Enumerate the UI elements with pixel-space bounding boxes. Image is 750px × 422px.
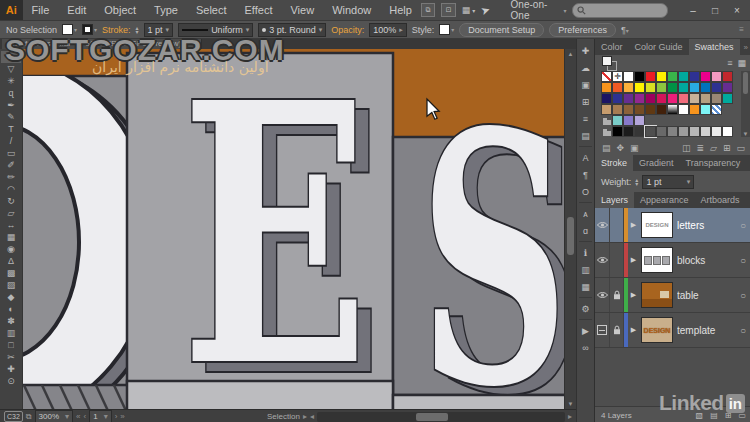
pathfinder-panel-icon[interactable]: ▤ [577, 127, 594, 144]
swatch[interactable] [634, 71, 645, 82]
document-setup-button[interactable]: Document Setup [459, 23, 544, 37]
layer-name[interactable]: letters [677, 220, 734, 231]
app-bar-button-2[interactable]: ⊡ [441, 3, 455, 17]
expand-layer-icon[interactable]: ▶ [628, 256, 639, 264]
swatch[interactable] [722, 82, 733, 93]
previous-artboard-icon[interactable]: ‹ [84, 412, 87, 421]
close-tab-icon[interactable]: × [189, 39, 194, 49]
swatch[interactable] [689, 126, 700, 137]
layer-thumbnail[interactable]: DESIGN [641, 212, 673, 238]
swatch-options-icon[interactable]: ≣ [696, 143, 704, 153]
swatch[interactable] [612, 82, 623, 93]
new-layer-icon[interactable]: ⊞ [725, 411, 732, 420]
lock-icon[interactable] [610, 208, 624, 242]
pen-tool[interactable]: ✒ [1, 99, 21, 111]
color-themes-icon[interactable]: ✥ [617, 143, 625, 153]
swatch[interactable] [601, 82, 612, 93]
type-tool[interactable]: T [1, 123, 21, 135]
swatch[interactable] [601, 71, 612, 82]
swatch[interactable] [711, 104, 722, 115]
stroke-link[interactable]: Stroke: [102, 25, 131, 35]
swatch-group-folder-icon[interactable] [601, 115, 612, 126]
weight-combo[interactable]: 1 pt ▾ [642, 175, 694, 189]
swatch[interactable] [612, 126, 623, 137]
blend-tool[interactable]: ◐ [1, 303, 21, 315]
gradient-tool[interactable]: ▨ [1, 279, 21, 291]
tab-appearance[interactable]: Appearance [634, 192, 695, 208]
shape-builder-tool[interactable]: ◉ [1, 243, 21, 255]
arrange-documents-icon[interactable]: ▦▾ [462, 5, 476, 15]
menu-type[interactable]: Type [145, 0, 187, 20]
swatches-scroll-thumb[interactable] [743, 72, 748, 94]
paragraph-panel-icon[interactable]: ¶ [577, 166, 594, 183]
preferences-gear-icon[interactable]: ⚙ [577, 300, 594, 317]
swatch[interactable] [678, 71, 689, 82]
artboards-panel-icon[interactable]: ▣ [577, 76, 594, 93]
column-graph-tool[interactable]: ▥ [1, 327, 21, 339]
swatch[interactable] [601, 104, 612, 115]
restore-button[interactable]: □ [704, 1, 726, 19]
expand-layer-icon[interactable]: ▶ [628, 291, 639, 299]
graphic-style-control[interactable]: ▾ [439, 24, 454, 35]
scroll-down-icon[interactable]: ▼ [568, 399, 574, 409]
paintbrush-tool[interactable]: ✐ [1, 159, 21, 171]
menu-help[interactable]: Help [380, 0, 421, 20]
pencil-tool[interactable]: ✏ [1, 171, 21, 183]
swatch[interactable] [656, 82, 667, 93]
expand-layer-icon[interactable]: ▶ [628, 326, 639, 334]
swatch[interactable] [645, 82, 656, 93]
swatch[interactable] [711, 71, 722, 82]
swatch[interactable] [623, 126, 634, 137]
graphic-style-swatch[interactable] [439, 24, 450, 35]
make-clipping-mask-icon[interactable]: ▧ [696, 411, 704, 420]
swatch[interactable] [623, 71, 634, 82]
brush-definition-combo[interactable]: 3 pt. Round ▾ [258, 23, 326, 37]
zoom-tool[interactable]: ⊙ [1, 375, 21, 387]
swatch[interactable] [722, 71, 733, 82]
character-panel-icon[interactable]: A [577, 149, 594, 166]
layer-row-table[interactable]: ▶table○ [595, 278, 750, 313]
swatch[interactable] [634, 93, 645, 104]
layer-thumbnail[interactable] [641, 247, 673, 273]
weight-stepper[interactable]: ▴▾ [635, 178, 638, 186]
swatch[interactable] [678, 93, 689, 104]
stroke-weight-combo[interactable]: 1 pt ▾ [144, 23, 174, 37]
add-library-icon[interactable]: ▣ [630, 143, 639, 153]
swatch[interactable] [612, 93, 623, 104]
menu-effect[interactable]: Effect [236, 0, 282, 20]
lock-icon[interactable] [610, 278, 624, 312]
tab-libraries[interactable]: Libraries [746, 192, 750, 208]
fill-stroke-proxy[interactable] [601, 56, 617, 70]
artboard-tool[interactable]: □ [1, 339, 21, 351]
layer-target-icon[interactable]: ○ [734, 325, 750, 336]
swatch[interactable] [667, 71, 678, 82]
swatch[interactable] [612, 104, 623, 115]
swatch[interactable] [700, 71, 711, 82]
menu-object[interactable]: Object [95, 0, 145, 20]
links-panel-icon[interactable]: ∞ [577, 339, 594, 356]
swatch[interactable] [601, 93, 612, 104]
character-styles-panel-icon[interactable]: ᴀ [577, 205, 594, 222]
tab-artboards[interactable]: Artboards [695, 192, 746, 208]
symbol-sprayer-tool[interactable]: ✽ [1, 315, 21, 327]
align-panel-icon[interactable]: ≡ [577, 110, 594, 127]
swatch[interactable] [711, 93, 722, 104]
opentype-panel-icon[interactable]: O [577, 183, 594, 200]
swatches-scrollbar[interactable]: ▼ [741, 71, 750, 137]
first-artboard-icon[interactable]: « [76, 412, 80, 421]
layer-row-blocks[interactable]: ▶blocks○ [595, 243, 750, 278]
hand-tool[interactable]: ✚ [1, 363, 21, 375]
status-expand-icon[interactable]: ▸ [303, 412, 307, 421]
document-tab[interactable]: Oils for Design.ai* @ 300% (RGB/GPU Prev… [2, 39, 202, 49]
tab-swatches[interactable]: Swatches [689, 39, 740, 55]
artboard-nav-combo[interactable]: 1 ▾ [89, 410, 111, 422]
swatch[interactable] [612, 115, 623, 126]
list-view-icon[interactable]: ≡ [727, 58, 732, 68]
visibility-eye-icon[interactable] [595, 208, 610, 242]
paragraph-styles-panel-icon[interactable]: ɑ [577, 222, 594, 239]
show-swatch-kinds-icon[interactable]: ◫ [682, 143, 691, 153]
swatch[interactable] [689, 82, 700, 93]
swatch[interactable] [623, 115, 634, 126]
app-bar-button-1[interactable]: ⧉ [421, 3, 435, 17]
swatch[interactable] [689, 93, 700, 104]
